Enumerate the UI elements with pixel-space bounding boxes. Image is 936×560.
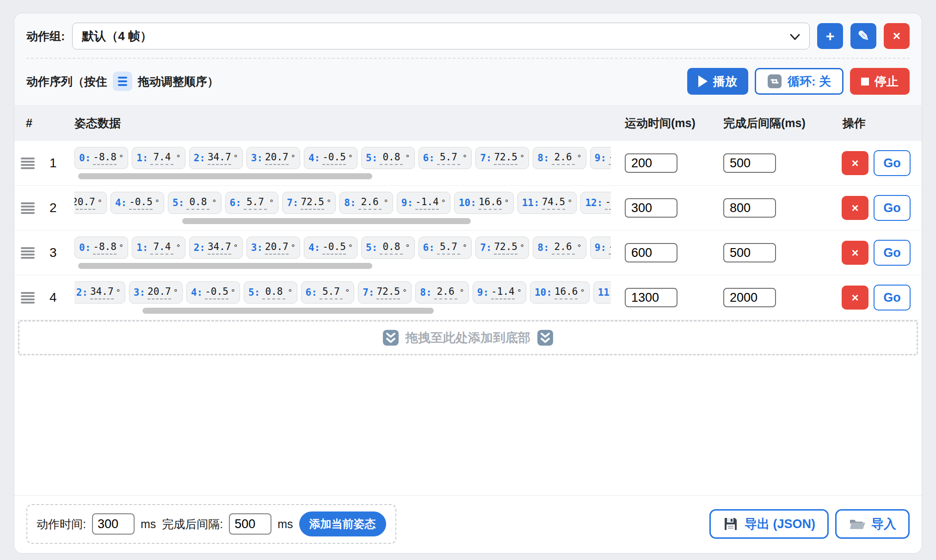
motion-time-input[interactable] (92, 513, 135, 535)
go-button[interactable]: Go (874, 285, 911, 310)
delete-row-button[interactable]: × (842, 151, 868, 175)
chip-scrollbar[interactable] (75, 173, 610, 179)
pose-chip[interactable]: 5:0.8° (361, 147, 415, 169)
action-group-select[interactable]: 默认（4 帧） (72, 23, 810, 49)
pose-chip[interactable]: 3:20.7° (246, 237, 300, 259)
pose-chip[interactable]: 3:20.7° (129, 281, 183, 304)
pose-chip[interactable]: 3:20.7° (246, 147, 300, 169)
edit-group-button[interactable]: ✎ (850, 23, 876, 49)
pose-data-cell[interactable]: 0:-8.8°1:7.4°2:34.7°3:20.7°4:-0.5°5:0.8°… (74, 235, 611, 271)
pose-chip[interactable]: 7:72.5° (475, 237, 529, 259)
pose-chip[interactable]: 9:-1.4° (397, 192, 450, 214)
chip-scrollbar[interactable] (75, 263, 610, 269)
pose-chip[interactable]: 0:-8.8° (74, 147, 128, 169)
pose-chip[interactable]: 8:2.6° (533, 147, 586, 169)
pose-chip[interactable]: 12:-5.9° (580, 192, 611, 214)
export-json-button[interactable]: 导出 (JSON) (709, 509, 829, 539)
pose-chip[interactable]: 5:0.8° (244, 281, 297, 304)
pose-chip[interactable]: 10:16.6° (530, 281, 590, 304)
pose-chip[interactable]: 9:-1.4° (590, 237, 611, 259)
import-button[interactable]: 导入 (835, 509, 910, 539)
go-button[interactable]: Go (874, 195, 911, 221)
pose-chip[interactable]: 5:0.8° (168, 192, 222, 214)
motion-time-cell (611, 288, 710, 307)
table-header: # 姿态数据 运动时间(ms) 完成后间隔(ms) 操作 (14, 105, 922, 141)
go-button[interactable]: Go (874, 150, 911, 176)
pose-chip[interactable]: 8:2.6° (533, 237, 586, 259)
delete-group-button[interactable]: × (884, 23, 910, 49)
pose-chip[interactable]: 2:34.7° (74, 281, 125, 304)
pose-chip[interactable]: 4:-0.5° (304, 237, 357, 259)
drag-handle-icon[interactable] (19, 156, 37, 171)
chip-scrollbar-thumb[interactable] (78, 263, 372, 269)
stop-label: 停止 (874, 73, 899, 90)
pose-chip[interactable]: 9:-1.4° (473, 281, 526, 304)
delete-row-button[interactable]: × (842, 196, 868, 220)
pose-data-cell[interactable]: 0:-8.8°1:7.4°2:34.7°3:20.7°4:-0.5°5:0.8°… (74, 280, 611, 316)
drop-zone[interactable]: 拖拽至此处添加到底部 (18, 320, 918, 355)
pose-chip[interactable]: 7:72.5° (475, 147, 529, 169)
row-interval-input[interactable] (723, 288, 776, 307)
add-group-button[interactable]: + (817, 23, 843, 49)
pose-chip[interactable]: 7:72.5° (282, 192, 336, 214)
chip-scrollbar-thumb[interactable] (78, 173, 372, 179)
stop-square-icon (861, 78, 869, 85)
pose-data-cell[interactable]: 0:-8.8°1:7.4°2:34.7°3:20.7°4:-0.5°5:0.8°… (74, 190, 611, 226)
row-motion-time-input[interactable] (625, 198, 677, 218)
play-button[interactable]: 播放 (687, 68, 748, 95)
pose-chip[interactable]: 2:34.7° (189, 147, 243, 169)
row-ops-cell: × Go (826, 240, 922, 266)
pose-chip[interactable]: 5:0.8° (361, 237, 415, 259)
pose-chip[interactable]: 1:7.4° (132, 147, 185, 169)
pose-chip[interactable]: 11:74.5° (593, 281, 611, 304)
export-label: 导出 (JSON) (745, 516, 815, 532)
pose-chip-strip: 0:-8.8°1:7.4°2:34.7°3:20.7°4:-0.5°5:0.8°… (74, 192, 611, 214)
pose-chip[interactable]: 8:2.6° (415, 281, 469, 304)
pose-chip[interactable]: 3:20.7° (74, 192, 107, 214)
pose-chip[interactable]: 11:74.5° (517, 192, 577, 214)
pose-chip[interactable]: 6:5.7° (225, 192, 279, 214)
delete-row-button[interactable]: × (842, 241, 868, 265)
pose-chip[interactable]: 6:5.7° (419, 147, 472, 169)
chip-scrollbar[interactable] (75, 308, 610, 314)
row-interval-input[interactable] (723, 153, 776, 173)
floppy-disk-icon (723, 516, 739, 532)
row-motion-time-input[interactable] (625, 288, 677, 307)
col-header-pose: 姿态数据 (74, 116, 611, 131)
row-motion-time-input[interactable] (625, 243, 677, 262)
pose-chip[interactable]: 0:-8.8° (74, 237, 128, 259)
pose-chip[interactable]: 10:16.6° (454, 192, 514, 214)
pose-chip[interactable]: 4:-0.5° (186, 281, 240, 304)
pose-chip[interactable]: 9:-1.4° (590, 147, 611, 169)
pose-data-cell[interactable]: 0:-8.8°1:7.4°2:34.7°3:20.7°4:-0.5°5:0.8°… (74, 145, 611, 181)
go-button[interactable]: Go (874, 240, 911, 266)
stop-button[interactable]: 停止 (850, 68, 910, 95)
table-row: 3 0:-8.8°1:7.4°2:34.7°3:20.7°4:-0.5°5:0.… (14, 231, 922, 275)
row-motion-time-input[interactable] (625, 153, 677, 173)
add-current-pose-button[interactable]: 添加当前姿态 (299, 511, 386, 536)
delete-row-button[interactable]: × (842, 286, 868, 310)
double-down-arrow-icon (382, 329, 399, 346)
loop-toggle-button[interactable]: 循环: 关 (755, 68, 844, 95)
pose-chip[interactable]: 2:34.7° (189, 237, 243, 259)
pose-chip[interactable]: 8:2.6° (339, 192, 393, 214)
motion-time-cell (611, 243, 710, 262)
row-ops-cell: × Go (826, 195, 922, 221)
sequence-title-prefix: 动作序列（按住 (26, 74, 107, 89)
interval-input[interactable] (229, 513, 271, 535)
chip-scrollbar[interactable] (75, 218, 610, 224)
drag-handle-icon[interactable] (19, 290, 37, 305)
pose-chip[interactable]: 6:5.7° (301, 281, 355, 304)
pose-chip[interactable]: 7:72.5° (358, 281, 412, 304)
pose-chip[interactable]: 4:-0.5° (304, 147, 357, 169)
row-interval-input[interactable] (723, 198, 776, 218)
drag-handle-icon[interactable] (19, 201, 37, 216)
row-index-cell: 3 (14, 245, 74, 261)
pose-chip[interactable]: 1:7.4° (132, 237, 185, 259)
row-interval-input[interactable] (723, 243, 776, 262)
pose-chip[interactable]: 4:-0.5° (111, 192, 164, 214)
chip-scrollbar-thumb[interactable] (142, 308, 434, 314)
pose-chip[interactable]: 6:5.7° (419, 237, 472, 259)
drag-handle-icon[interactable] (19, 245, 37, 261)
chip-scrollbar-thumb[interactable] (182, 218, 471, 224)
